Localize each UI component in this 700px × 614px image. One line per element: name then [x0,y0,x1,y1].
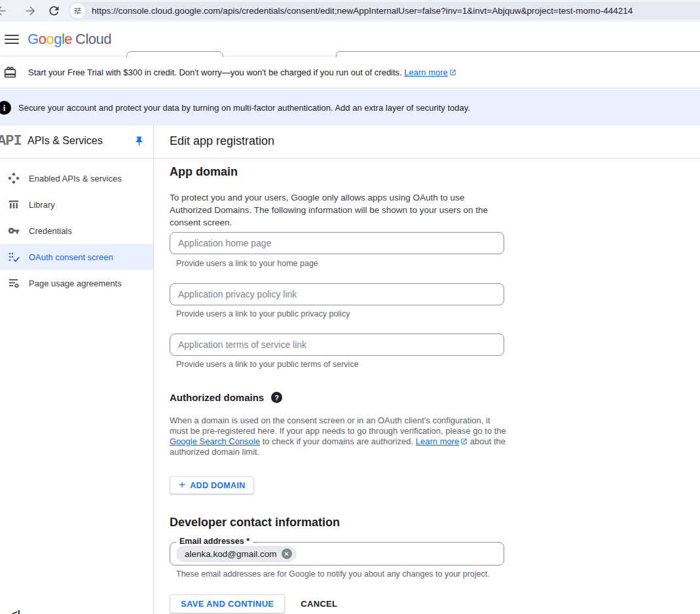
save-and-continue-button[interactable]: SAVE AND CONTINUE [170,594,285,613]
help-icon[interactable]: ? [271,392,282,403]
email-addresses-field[interactable]: Email addresses * alenka.kod@gmail.com × [170,542,504,566]
back-icon[interactable] [0,4,8,18]
sidebar-title: APIs & Services [28,135,103,147]
gift-icon [3,66,17,79]
google-search-console-link[interactable]: Google Search Console [170,436,260,446]
cloud-console-header: GoogleCloud test-momo [0,22,700,56]
menu-icon[interactable] [5,32,19,45]
add-domain-button[interactable]: + ADD DOMAIN [170,476,254,494]
site-settings-icon[interactable] [70,3,85,18]
info-icon: i [0,101,11,115]
trial-message: Start your Free Trial with $300 in credi… [28,67,456,77]
browser-toolbar: https://console.cloud.google.com/apis/cr… [0,0,700,22]
forward-icon[interactable] [24,4,37,18]
google-cloud-logo[interactable]: GoogleCloud [28,31,111,48]
learn-more-link[interactable]: Learn more [404,67,447,77]
consent-screen-icon [8,251,20,263]
authorized-domains-description: When a domain is used on the consent scr… [170,415,507,457]
authorized-domains-heading: Authorized domains [170,392,264,403]
enabled-apis-icon [8,172,20,184]
email-addresses-label: Email addresses * [176,537,253,546]
cancel-button[interactable]: CANCEL [301,594,337,613]
email-chip: alenka.kod@gmail.com × [176,546,297,562]
external-link-icon [449,69,456,76]
security-notification-banner: i Secure your account and protect your d… [0,90,700,126]
email-helper: These email addresses are for Google to … [176,569,490,579]
authorized-domains-heading-row: Authorized domains ? [170,392,282,403]
remove-email-icon[interactable]: × [282,548,292,559]
privacy-policy-field [170,283,504,305]
cloud-wordmark: Cloud [75,31,111,47]
terms-of-service-helper: Provide users a link to your public term… [176,360,359,369]
agreements-icon [8,277,20,289]
security-message: Secure your account and protect your dat… [18,103,470,113]
home-page-helper: Provide users a link to your home page [176,259,318,268]
learn-more-domains-link[interactable]: Learn more [416,436,459,446]
sidebar-item-enabled-apis[interactable]: Enabled APIs & services [0,165,153,191]
privacy-policy-input[interactable] [170,284,504,305]
terms-of-service-field [170,334,504,356]
developer-contact-heading: Developer contact information [170,516,340,529]
privacy-policy-helper: Provide users a link to your public priv… [176,309,350,318]
sidebar-item-library[interactable]: Library [0,191,153,218]
free-trial-banner: Start your Free Trial with $300 in credi… [0,57,700,88]
api-logo: API [0,133,22,149]
home-page-field [170,232,504,254]
clipped-footer-text: <| [12,608,20,614]
terms-of-service-input[interactable] [170,334,504,355]
home-page-input[interactable] [170,233,504,254]
address-bar[interactable]: https://console.cloud.google.com/apis/cr… [68,2,700,20]
url-text[interactable]: https://console.cloud.google.com/apis/cr… [92,6,633,16]
sidebar-item-page-usage[interactable]: Page usage agreements [0,270,153,296]
sidebar-item-oauth-consent[interactable]: OAuth consent screen [0,244,153,270]
app-domain-heading: App domain [170,165,238,179]
sidebar-item-credentials[interactable]: Credentials [0,218,153,244]
library-icon [8,199,20,210]
sidebar-nav: Enabled APIs & services Library Credenti… [0,159,153,614]
page-title: Edit app registration [170,134,274,148]
plus-icon: + [179,478,185,491]
section-header: API APIs & Services Edit app registratio… [0,126,700,159]
key-icon [8,225,20,237]
pin-icon[interactable] [134,136,145,147]
form-actions: SAVE AND CONTINUE CANCEL [170,594,337,613]
main-content: App domain To protect you and your users… [154,159,700,614]
app-domain-description: To protect you and your users, Google on… [170,191,505,229]
external-link-icon [460,438,468,445]
reload-icon[interactable] [47,4,61,18]
